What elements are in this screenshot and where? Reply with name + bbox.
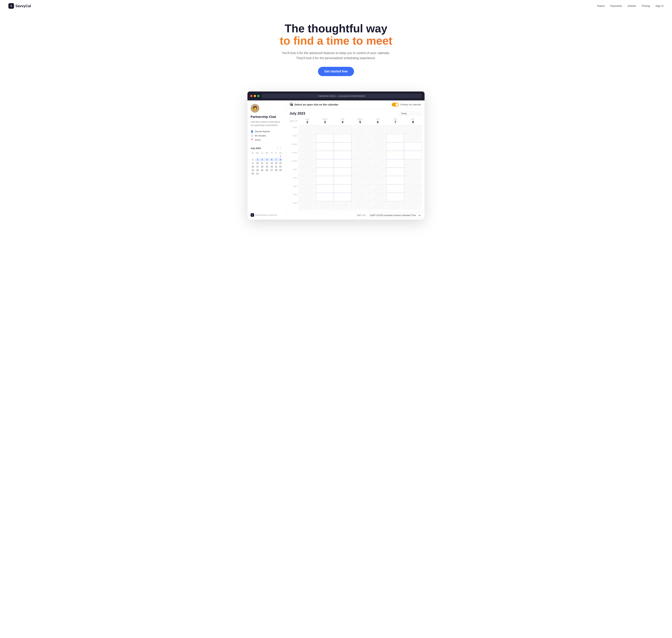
mini-cal-day[interactable]: 7 [274,158,278,162]
cal-month-title: July 2023 [290,112,305,116]
hero-headline: The thoughtful way to find a time to mee… [4,22,668,47]
calendar-cell[interactable] [387,176,404,184]
time-label-4pm: 4 pm [289,193,298,201]
meta-host: 👤 Derrick Reimer [251,130,283,133]
cal-prev-button[interactable]: ‹ [410,111,415,116]
mini-cal-day[interactable]: 4 [260,158,264,162]
calendar-cell[interactable] [316,134,334,142]
calendar-cell[interactable] [387,168,404,176]
calendar-cell[interactable] [334,159,351,168]
mini-cal-day[interactable]: 24 [255,168,260,172]
cal-today-button[interactable]: Today [398,111,409,116]
time-label-9am: 9 am [289,134,298,142]
calendar-cell[interactable] [404,151,422,159]
dot-yellow [254,95,256,97]
mini-cal-day[interactable]: 6 [269,158,274,162]
time-label-8am: 8 am [289,125,298,134]
calendar-cell [298,184,316,193]
calendar-cell [334,125,351,134]
mini-cal-day[interactable]: 12 [264,162,269,165]
mini-cal-day[interactable]: 11 [260,162,264,165]
calendar-cell[interactable] [404,142,422,151]
week-days-header: GMT+10 Sun2Mon3Tue4Wed5Thu6Fri7Sat8 [289,117,422,125]
mini-cal-day[interactable]: 29 [278,168,283,172]
clock-icon: 🕐 [251,134,253,137]
day-header-mo: Mo [255,151,260,154]
overlay-toggle-switch[interactable] [392,103,399,106]
calendar-cell[interactable] [334,168,351,176]
nav-payments[interactable]: Payments [610,4,622,7]
week-day-header-sun: Sun2 [298,117,316,125]
mini-cal-day[interactable]: 28 [274,168,278,172]
calendar-cell [316,125,334,134]
calendar-cell[interactable] [387,134,404,142]
calendar-cell[interactable] [387,151,404,159]
mini-cal-day[interactable]: 25 [260,168,264,172]
calendar-cell[interactable] [334,193,351,201]
mini-cal-next[interactable]: › [280,147,283,150]
mini-cal-day[interactable]: 15 [278,162,283,165]
calendar-cell[interactable] [387,193,404,201]
mini-cal-day[interactable]: 3 [255,158,260,162]
mini-cal-day[interactable]: 31 [255,172,260,175]
mini-cal-day[interactable]: 17 [255,165,260,168]
calendar-cell [369,176,387,184]
browser-topbar: Interactive Demo — savvycal.com/derrick/… [247,91,425,100]
mini-cal-day[interactable]: 27 [269,168,274,172]
cal-next-button[interactable]: › [416,111,421,116]
mini-cal-day[interactable]: 19 [264,165,269,168]
calendar-cell[interactable] [316,151,334,159]
week-day-header-thu: Thu6 [369,117,387,125]
overlay-toggle[interactable]: Overlay my calendar [392,103,421,106]
calendar-cell[interactable] [387,184,404,193]
calendar-cell[interactable] [316,168,334,176]
hero-section: The thoughtful way to find a time to mee… [0,12,672,83]
calendar-cell[interactable] [316,176,334,184]
mini-cal-day[interactable]: 26 [264,168,269,172]
calendar-cell[interactable] [387,159,404,168]
calendar-cell [369,184,387,193]
mini-cal-day[interactable]: 5 [264,158,269,162]
calendar-cell [351,201,369,209]
mini-cal-day[interactable]: 20 [269,165,274,168]
nav-teams[interactable]: Teams [597,4,605,7]
calendar-cell [298,134,316,142]
calendar-cell[interactable] [334,151,351,159]
mini-cal-day[interactable]: 22 [278,165,283,168]
mini-cal-day[interactable]: 10 [255,162,260,165]
mini-cal-day[interactable]: 14 [274,162,278,165]
mini-cal-nav-buttons: ‹ › [276,147,283,150]
calendar-cell [369,151,387,159]
mini-cal-day[interactable]: 13 [269,162,274,165]
day-header-su: Su [251,151,255,154]
person-icon: 👤 [251,130,253,133]
nav-articles[interactable]: Articles [627,4,636,7]
mini-cal-prev[interactable]: ‹ [276,147,279,150]
mini-cal-day[interactable]: 9 [251,162,255,165]
mini-cal-day[interactable]: 2 [251,158,255,162]
nav-signin[interactable]: Sign In [655,4,663,7]
calendar-cell[interactable] [387,142,404,151]
calendar-cell [298,176,316,184]
calendar-cell[interactable] [334,184,351,193]
mini-cal-day[interactable]: 16 [251,165,255,168]
mini-cal-day[interactable]: 1 [278,154,283,158]
calendar-cell[interactable] [334,134,351,142]
calendar-cell[interactable] [316,159,334,168]
mini-cal-day [260,154,264,158]
calendar-cell[interactable] [316,193,334,201]
logo[interactable]: S SavvyCal [9,3,31,9]
mini-cal-day[interactable]: 23 [251,168,255,172]
mini-cal-day[interactable]: 21 [274,165,278,168]
mini-cal-day[interactable]: 8 [278,158,283,162]
timezone-select[interactable]: (GMT+10:00) Australian Eastern Standard … [367,213,421,218]
get-started-button[interactable]: Get started free [318,67,354,76]
calendar-cell[interactable] [334,176,351,184]
calendar-cell[interactable] [334,142,351,151]
nav-pricing[interactable]: Pricing [642,4,650,7]
calendar-cell[interactable] [316,142,334,151]
mini-cal-day[interactable]: 30 [251,172,255,175]
calendar-cell[interactable] [316,184,334,193]
mini-cal-day[interactable]: 18 [260,165,264,168]
calendar-cell [351,151,369,159]
